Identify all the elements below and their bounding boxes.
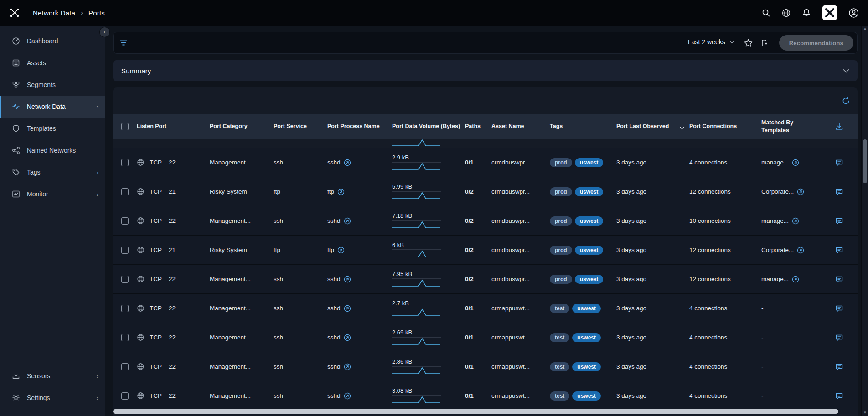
table-row[interactable]: TCP 21 Risky System ftp ftp 6 kB 0/2 crm… xyxy=(113,235,858,264)
paths-value[interactable]: 0/1 xyxy=(465,334,474,341)
row-checkbox[interactable] xyxy=(121,188,129,195)
sidebar-item-assets[interactable]: Assets xyxy=(0,52,105,74)
scroll-down-arrow[interactable]: ▼ xyxy=(862,410,868,416)
header-tags[interactable]: Tags xyxy=(550,123,616,130)
sort-descending-icon[interactable] xyxy=(679,123,685,130)
filter-input[interactable] xyxy=(136,32,679,53)
header-matched-by-templates[interactable]: Matched By Templates xyxy=(761,119,822,134)
comments-icon[interactable] xyxy=(835,363,843,371)
table-row[interactable]: TCP 22 Management... ssh sshd 7.18 kB 0/… xyxy=(113,206,858,235)
comments-icon[interactable] xyxy=(835,334,843,342)
open-process-link-icon[interactable] xyxy=(344,276,351,283)
asset-name-value[interactable]: crmdbuswpr... xyxy=(491,276,530,282)
open-template-link-icon[interactable] xyxy=(797,247,804,254)
sidebar-item-segments[interactable]: Segments xyxy=(0,74,105,96)
select-all-checkbox[interactable] xyxy=(121,123,129,130)
open-process-link-icon[interactable] xyxy=(344,363,351,370)
header-paths[interactable]: Paths xyxy=(465,123,491,130)
table-row[interactable]: TCP 22 Management... ssh sshd 2.7 kB 0/1… xyxy=(113,293,858,323)
row-checkbox[interactable] xyxy=(121,363,129,370)
horizontal-scrollbar-thumb[interactable] xyxy=(113,409,838,414)
asset-name-value[interactable]: crmappuswt... xyxy=(491,305,530,312)
open-process-link-icon[interactable] xyxy=(344,305,351,312)
row-checkbox[interactable] xyxy=(121,305,129,312)
horizontal-scrollbar[interactable] xyxy=(113,409,853,414)
vertical-scrollbar[interactable]: ▲ ▼ xyxy=(861,26,868,416)
save-view-folder-icon[interactable] xyxy=(761,38,771,48)
row-checkbox[interactable] xyxy=(121,217,129,225)
sidebar-item-monitor[interactable]: Monitor › xyxy=(0,183,105,205)
asset-name-value[interactable]: crmdbuswpr... xyxy=(491,217,530,224)
table-row[interactable]: TCP 22 Management... ssh sshd 2.86 kB 0/… xyxy=(113,352,858,381)
table-row[interactable]: TCP 22 Management... ssh sshd 2.69 kB 0/… xyxy=(113,323,858,352)
recommendations-button[interactable]: Recommendations xyxy=(779,35,853,51)
header-listen-port[interactable]: Listen Port xyxy=(137,123,210,130)
comments-icon[interactable] xyxy=(835,275,843,283)
asset-name-value[interactable]: crmdbuswpr... xyxy=(491,159,530,166)
search-icon[interactable] xyxy=(761,8,770,17)
paths-value[interactable]: 0/2 xyxy=(465,217,474,224)
open-template-link-icon[interactable] xyxy=(797,188,804,195)
header-port-process-name[interactable]: Port Process Name xyxy=(327,123,392,130)
paths-value[interactable]: 0/2 xyxy=(465,276,474,282)
header-port-service[interactable]: Port Service xyxy=(274,123,327,130)
row-checkbox[interactable] xyxy=(121,334,129,341)
table-row[interactable]: TCP 22 Management... ssh sshd 2.9 kB 0/1… xyxy=(113,148,858,177)
breadcrumb-section[interactable]: Network Data xyxy=(33,9,75,17)
scroll-up-arrow[interactable]: ▲ xyxy=(862,26,868,32)
open-process-link-icon[interactable] xyxy=(344,159,351,166)
asset-name-value[interactable]: crmdbuswpr... xyxy=(491,247,530,253)
asset-name-value[interactable]: crmdbuswpr... xyxy=(491,188,530,195)
filter-icon[interactable] xyxy=(119,38,128,47)
summary-panel[interactable]: Summary xyxy=(113,60,858,81)
asset-name-value[interactable]: crmappuswt... xyxy=(491,334,530,341)
paths-value[interactable]: 0/1 xyxy=(465,392,474,399)
comments-icon[interactable] xyxy=(835,188,843,196)
row-checkbox[interactable] xyxy=(121,159,129,166)
asset-name-value[interactable]: crmappuswt... xyxy=(491,363,530,370)
globe-icon[interactable] xyxy=(781,8,791,18)
comments-icon[interactable] xyxy=(835,246,843,254)
sidebar-collapse-button[interactable]: ‹ xyxy=(100,27,109,37)
sidebar-item-settings[interactable]: Settings › xyxy=(0,387,105,409)
sidebar-item-sensors[interactable]: Sensors › xyxy=(0,365,105,387)
header-port-connections[interactable]: Port Connections xyxy=(689,123,761,130)
row-checkbox[interactable] xyxy=(121,247,129,254)
paths-value[interactable]: 0/1 xyxy=(465,305,474,312)
header-port-last-observed[interactable]: Port Last Observed xyxy=(616,123,689,130)
sidebar-item-templates[interactable]: Templates xyxy=(0,118,105,139)
open-process-link-icon[interactable] xyxy=(344,334,351,341)
asset-name-value[interactable]: crmappuswt... xyxy=(491,392,530,399)
table-row[interactable]: TCP 21 Risky System ftp ftp 5.99 kB 0/2 … xyxy=(113,177,858,206)
refresh-icon[interactable] xyxy=(842,97,850,105)
vertical-scrollbar-thumb[interactable] xyxy=(863,139,867,183)
open-template-link-icon[interactable] xyxy=(792,159,799,166)
row-checkbox[interactable] xyxy=(121,276,129,283)
time-range-select[interactable]: Last 2 weeks xyxy=(687,36,735,49)
download-icon[interactable] xyxy=(835,123,843,131)
sidebar-item-dashboard[interactable]: Dashboard xyxy=(0,30,105,52)
table-row[interactable]: TCP 22 Management... ssh sshd 7.95 kB 0/… xyxy=(113,264,858,293)
app-logo-icon[interactable] xyxy=(9,7,20,18)
notifications-bell-icon[interactable] xyxy=(802,8,811,17)
comments-icon[interactable] xyxy=(835,217,843,225)
header-port-category[interactable]: Port Category xyxy=(210,123,274,130)
sidebar-item-tags[interactable]: Tags › xyxy=(0,161,105,183)
paths-value[interactable]: 0/1 xyxy=(465,159,474,166)
comments-icon[interactable] xyxy=(835,392,843,400)
table-row[interactable]: TCP 22 Management... ssh sshd 3.08 kB 0/… xyxy=(113,381,858,410)
favorite-star-icon[interactable] xyxy=(744,38,753,48)
profile-icon[interactable] xyxy=(848,8,859,18)
open-template-link-icon[interactable] xyxy=(792,217,799,225)
open-process-link-icon[interactable] xyxy=(337,247,345,254)
paths-value[interactable]: 0/1 xyxy=(465,363,474,370)
chevron-down-icon[interactable] xyxy=(843,69,849,73)
comments-icon[interactable] xyxy=(835,159,843,167)
open-process-link-icon[interactable] xyxy=(337,188,345,195)
brand-badge-icon[interactable] xyxy=(822,5,837,21)
header-asset-name[interactable]: Asset Name xyxy=(491,123,550,130)
comments-icon[interactable] xyxy=(835,304,843,313)
open-template-link-icon[interactable] xyxy=(792,276,799,283)
open-process-link-icon[interactable] xyxy=(344,392,351,400)
paths-value[interactable]: 0/2 xyxy=(465,247,474,253)
